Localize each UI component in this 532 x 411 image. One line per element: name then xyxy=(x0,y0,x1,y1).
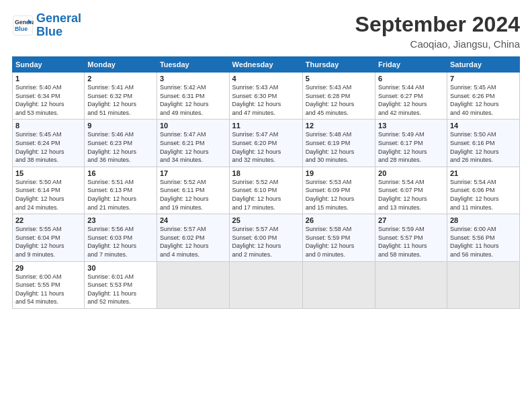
table-row xyxy=(447,261,519,308)
day-info: Sunrise: 5:44 AM Sunset: 6:27 PM Dayligh… xyxy=(378,83,444,117)
table-row: 22Sunrise: 5:55 AM Sunset: 6:04 PM Dayli… xyxy=(13,214,85,261)
table-row: 13Sunrise: 5:49 AM Sunset: 6:17 PM Dayli… xyxy=(375,120,447,167)
day-info: Sunrise: 5:52 AM Sunset: 6:11 PM Dayligh… xyxy=(160,178,226,212)
table-row: 14Sunrise: 5:50 AM Sunset: 6:16 PM Dayli… xyxy=(447,120,519,167)
day-number: 19 xyxy=(306,169,372,177)
day-info: Sunrise: 5:49 AM Sunset: 6:17 PM Dayligh… xyxy=(378,130,444,164)
day-number: 23 xyxy=(87,216,154,224)
day-number: 2 xyxy=(87,75,154,83)
table-row: 18Sunrise: 5:52 AM Sunset: 6:10 PM Dayli… xyxy=(229,167,302,214)
table-row: 3Sunrise: 5:42 AM Sunset: 6:31 PM Daylig… xyxy=(157,73,229,120)
day-number: 13 xyxy=(378,122,444,130)
table-row: 23Sunrise: 5:56 AM Sunset: 6:03 PM Dayli… xyxy=(85,214,157,261)
day-info: Sunrise: 5:50 AM Sunset: 6:14 PM Dayligh… xyxy=(15,178,81,212)
table-row xyxy=(302,261,375,308)
day-number: 3 xyxy=(160,75,226,83)
calendar-week-row: 15Sunrise: 5:50 AM Sunset: 6:14 PM Dayli… xyxy=(13,167,520,214)
svg-text:Blue: Blue xyxy=(15,26,28,32)
day-info: Sunrise: 5:48 AM Sunset: 6:19 PM Dayligh… xyxy=(306,130,372,164)
logo-line2: Blue xyxy=(36,25,62,38)
day-number: 5 xyxy=(306,75,372,83)
calendar-week-row: 1Sunrise: 5:40 AM Sunset: 6:34 PM Daylig… xyxy=(13,73,520,120)
day-number: 4 xyxy=(232,75,300,83)
title-block: September 2024 Caoqiao, Jiangsu, China xyxy=(355,12,520,50)
table-row: 29Sunrise: 6:00 AM Sunset: 5:55 PM Dayli… xyxy=(13,261,85,308)
col-monday: Monday xyxy=(85,57,157,73)
day-info: Sunrise: 5:41 AM Sunset: 6:32 PM Dayligh… xyxy=(87,83,154,117)
table-row: 8Sunrise: 5:45 AM Sunset: 6:24 PM Daylig… xyxy=(13,120,85,167)
day-info: Sunrise: 5:40 AM Sunset: 6:34 PM Dayligh… xyxy=(15,83,81,117)
col-thursday: Thursday xyxy=(302,57,375,73)
table-row: 5Sunrise: 5:43 AM Sunset: 6:28 PM Daylig… xyxy=(302,73,375,120)
logo-text: General Blue xyxy=(36,12,81,39)
logo-line1: General xyxy=(36,11,81,25)
header: General Blue General Blue September 2024… xyxy=(12,12,520,50)
day-number: 12 xyxy=(306,122,372,130)
location: Caoqiao, Jiangsu, China xyxy=(355,38,520,50)
table-row: 27Sunrise: 5:59 AM Sunset: 5:57 PM Dayli… xyxy=(375,214,447,261)
table-row xyxy=(157,261,229,308)
table-row: 2Sunrise: 5:41 AM Sunset: 6:32 PM Daylig… xyxy=(85,73,157,120)
day-info: Sunrise: 5:51 AM Sunset: 6:13 PM Dayligh… xyxy=(87,178,154,212)
col-tuesday: Tuesday xyxy=(157,57,229,73)
table-row: 9Sunrise: 5:46 AM Sunset: 6:23 PM Daylig… xyxy=(85,120,157,167)
day-number: 1 xyxy=(15,75,81,83)
day-number: 22 xyxy=(15,216,81,224)
logo-icon: General Blue xyxy=(12,15,34,36)
day-info: Sunrise: 5:54 AM Sunset: 6:07 PM Dayligh… xyxy=(378,178,444,212)
table-row: 17Sunrise: 5:52 AM Sunset: 6:11 PM Dayli… xyxy=(157,167,229,214)
day-number: 25 xyxy=(232,216,300,224)
day-number: 30 xyxy=(87,264,154,272)
table-row: 11Sunrise: 5:47 AM Sunset: 6:20 PM Dayli… xyxy=(229,120,302,167)
table-row: 24Sunrise: 5:57 AM Sunset: 6:02 PM Dayli… xyxy=(157,214,229,261)
table-row: 15Sunrise: 5:50 AM Sunset: 6:14 PM Dayli… xyxy=(13,167,85,214)
day-number: 10 xyxy=(160,122,226,130)
calendar-week-row: 22Sunrise: 5:55 AM Sunset: 6:04 PM Dayli… xyxy=(13,214,520,261)
col-friday: Friday xyxy=(375,57,447,73)
day-number: 21 xyxy=(450,169,517,177)
col-sunday: Sunday xyxy=(13,57,85,73)
day-info: Sunrise: 5:45 AM Sunset: 6:26 PM Dayligh… xyxy=(450,83,517,117)
day-number: 8 xyxy=(15,122,81,130)
table-row: 20Sunrise: 5:54 AM Sunset: 6:07 PM Dayli… xyxy=(375,167,447,214)
day-number: 14 xyxy=(450,122,517,130)
day-info: Sunrise: 5:59 AM Sunset: 5:57 PM Dayligh… xyxy=(378,225,444,259)
day-number: 24 xyxy=(160,216,226,224)
day-info: Sunrise: 6:00 AM Sunset: 5:56 PM Dayligh… xyxy=(450,225,517,259)
day-number: 7 xyxy=(450,75,517,83)
table-row: 28Sunrise: 6:00 AM Sunset: 5:56 PM Dayli… xyxy=(447,214,519,261)
day-number: 26 xyxy=(306,216,372,224)
col-saturday: Saturday xyxy=(447,57,519,73)
table-row: 6Sunrise: 5:44 AM Sunset: 6:27 PM Daylig… xyxy=(375,73,447,120)
table-row xyxy=(375,261,447,308)
table-row: 1Sunrise: 5:40 AM Sunset: 6:34 PM Daylig… xyxy=(13,73,85,120)
col-wednesday: Wednesday xyxy=(229,57,302,73)
day-number: 6 xyxy=(378,75,444,83)
day-info: Sunrise: 5:50 AM Sunset: 6:16 PM Dayligh… xyxy=(450,130,517,164)
day-info: Sunrise: 5:52 AM Sunset: 6:10 PM Dayligh… xyxy=(232,178,300,212)
day-number: 9 xyxy=(87,122,154,130)
day-number: 18 xyxy=(232,169,300,177)
table-row: 21Sunrise: 5:54 AM Sunset: 6:06 PM Dayli… xyxy=(447,167,519,214)
day-info: Sunrise: 5:43 AM Sunset: 6:28 PM Dayligh… xyxy=(306,83,372,117)
day-number: 29 xyxy=(15,264,81,272)
table-row xyxy=(229,261,302,308)
day-info: Sunrise: 6:00 AM Sunset: 5:55 PM Dayligh… xyxy=(15,273,81,306)
day-number: 15 xyxy=(15,169,81,177)
day-info: Sunrise: 5:57 AM Sunset: 6:02 PM Dayligh… xyxy=(160,225,226,259)
calendar-header-row: Sunday Monday Tuesday Wednesday Thursday… xyxy=(13,57,520,73)
day-info: Sunrise: 5:54 AM Sunset: 6:06 PM Dayligh… xyxy=(450,178,517,212)
day-number: 11 xyxy=(232,122,300,130)
day-info: Sunrise: 6:01 AM Sunset: 5:53 PM Dayligh… xyxy=(87,273,154,306)
table-row: 12Sunrise: 5:48 AM Sunset: 6:19 PM Dayli… xyxy=(302,120,375,167)
day-info: Sunrise: 5:56 AM Sunset: 6:03 PM Dayligh… xyxy=(87,225,154,259)
table-row: 10Sunrise: 5:47 AM Sunset: 6:21 PM Dayli… xyxy=(157,120,229,167)
page: General Blue General Blue September 2024… xyxy=(0,0,532,411)
day-info: Sunrise: 5:47 AM Sunset: 6:21 PM Dayligh… xyxy=(160,130,226,164)
table-row: 25Sunrise: 5:57 AM Sunset: 6:00 PM Dayli… xyxy=(229,214,302,261)
logo: General Blue General Blue xyxy=(12,12,81,39)
day-info: Sunrise: 5:53 AM Sunset: 6:09 PM Dayligh… xyxy=(306,178,372,212)
table-row: 7Sunrise: 5:45 AM Sunset: 6:26 PM Daylig… xyxy=(447,73,519,120)
day-number: 27 xyxy=(378,216,444,224)
day-number: 17 xyxy=(160,169,226,177)
